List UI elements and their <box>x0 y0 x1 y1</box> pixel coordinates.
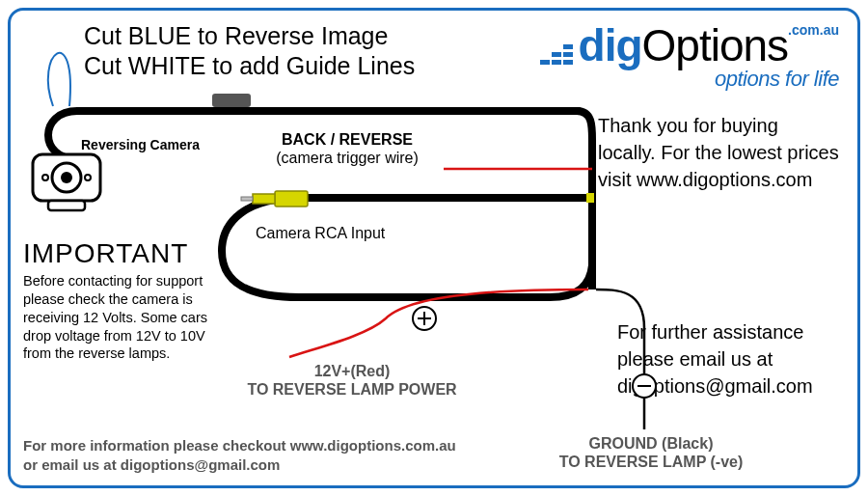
logo-dig: dig <box>579 20 642 70</box>
logo-options: Options <box>642 20 789 70</box>
svg-rect-4 <box>563 52 573 57</box>
svg-rect-5 <box>563 44 573 49</box>
assistance-text: For further assistance please email us a… <box>617 318 839 400</box>
instruction-line-2: Cut WHITE to add Guide Lines <box>84 51 415 81</box>
footer-line-1: For more information please checkout www… <box>23 436 456 455</box>
label-rca-input: Camera RCA Input <box>256 224 385 242</box>
label-12v: 12V+(Red) <box>314 363 391 379</box>
label-12v-sub: TO REVERSE LAMP POWER <box>247 381 456 398</box>
label-ground-sub: TO REVERSE LAMP (-ve) <box>559 454 744 470</box>
brand-logo: digOptions.com.au options for life <box>540 23 839 90</box>
footer-info: For more information please checkout www… <box>23 436 456 476</box>
important-heading: IMPORTANT <box>23 238 188 269</box>
label-back-reverse: BACK / REVERSE (camera trigger wire) <box>260 130 434 167</box>
instruction-line-1: Cut BLUE to Reverse Image <box>84 21 415 51</box>
label-ground: GROUND (Black) TO REVERSE LAMP (-ve) <box>545 434 757 471</box>
label-trigger-wire: (camera trigger wire) <box>276 150 419 166</box>
svg-rect-0 <box>540 60 550 65</box>
footer-line-2: or email us at digoptions@gmail.com <box>23 455 456 475</box>
logo-domain: .com.au <box>788 22 839 38</box>
logo-wordmark: digOptions.com.au <box>540 23 839 72</box>
wire-cut-instructions: Cut BLUE to Reverse Image Cut WHITE to a… <box>84 21 415 82</box>
label-reversing-camera: Reversing Camera <box>81 137 200 153</box>
logo-bars-icon <box>540 41 573 72</box>
label-back-reverse-title: BACK / REVERSE <box>282 131 413 148</box>
thankyou-text: Thank you for buying locally. For the lo… <box>598 112 839 193</box>
label-12v-power: 12V+(Red) TO REVERSE LAMP POWER <box>246 362 458 399</box>
svg-rect-3 <box>563 60 573 65</box>
svg-rect-2 <box>552 52 561 57</box>
svg-rect-1 <box>552 60 561 65</box>
label-ground-title: GROUND (Black) <box>589 435 714 452</box>
important-body: Before contacting for support please che… <box>23 272 231 363</box>
